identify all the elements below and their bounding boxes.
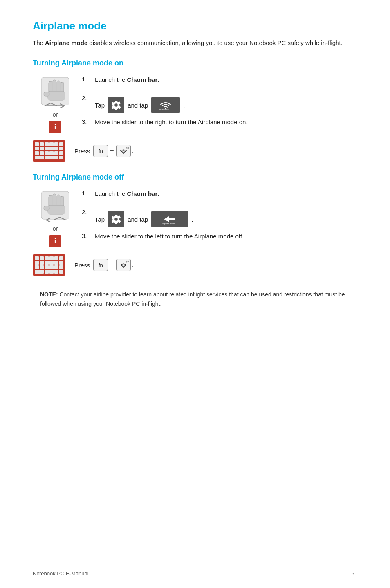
or-label-on: or <box>53 111 58 118</box>
off-press-row: Press fn + f2 . <box>33 254 357 276</box>
off-key-fn: fn <box>93 259 108 271</box>
intro-paragraph: The Airplane mode disables wireless comm… <box>33 38 357 47</box>
off-press-period: . <box>132 261 133 269</box>
on-press-period: . <box>132 147 133 155</box>
on-step-1: 1. Launch the Charm bar. <box>82 75 357 90</box>
off-key-plus: + <box>110 261 114 269</box>
off-step-1-text: Launch the Charm bar. <box>95 189 357 198</box>
on-step-1-text: Launch the Charm bar. <box>95 75 357 84</box>
settings-icon-on <box>108 97 124 113</box>
network-icon-on: Wireless <box>151 97 180 113</box>
on-key-fn: fn <box>93 145 108 157</box>
off-step-3-num: 3. <box>82 231 95 239</box>
page-title: Airplane mode <box>33 20 357 32</box>
intro-bold: Airplane mode <box>45 39 87 46</box>
on-step-1-num: 1. <box>82 75 95 83</box>
on-image-column: or i <box>33 75 78 133</box>
small-red-icon-off: i <box>49 235 61 247</box>
gesture-icon-on <box>39 75 72 110</box>
settings-icon-off <box>108 211 124 227</box>
on-step-2-tap: Tap <box>95 101 105 110</box>
off-step-1-num: 1. <box>82 189 95 197</box>
section-on-heading: Turning Airplane mode on <box>33 59 357 67</box>
svg-rect-5 <box>48 91 65 100</box>
off-step-1: 1. Launch the Charm bar. <box>82 189 357 204</box>
footer-left: Notebook PC E-Manual <box>33 570 89 577</box>
off-step-3-text: Move the slider to the left to turn the … <box>95 231 357 241</box>
intro-text: disables wireless communication, allowin… <box>87 39 343 46</box>
on-step-3-num: 3. <box>82 117 95 125</box>
footer: Notebook PC E-Manual 51 <box>33 567 357 577</box>
off-key-f2: f2 <box>116 259 131 271</box>
on-press-row: Press fn + f2 . <box>33 140 357 162</box>
note-box: NOTE: Contact your airline provider to l… <box>33 284 357 314</box>
off-step-3: 3. Move the slider to the left to turn t… <box>82 231 357 246</box>
on-step-2: 2. Tap and tap <box>82 94 357 113</box>
keyboard-icon-on <box>33 140 65 162</box>
off-step-2-andtap: and tap <box>128 215 148 224</box>
off-press-label: Press <box>74 262 90 269</box>
off-step-2-text: Tap and tap Airplane mode <box>95 208 357 227</box>
keyboard-icon-off <box>33 254 65 276</box>
hand-swipe-icon-off <box>40 191 70 222</box>
on-steps-column: 1. Launch the Charm bar. 2. Tap and tap <box>82 75 357 136</box>
svg-rect-15 <box>44 206 49 210</box>
off-step-2-num: 2. <box>82 208 95 215</box>
on-step-3: 3. Move the slider to the right to turn … <box>82 117 357 132</box>
off-instructions-block: or i 1. Launch the Charm bar. 2. Tap <box>33 189 357 250</box>
note-label: NOTE: <box>40 291 58 298</box>
on-step-2-num: 2. <box>82 94 95 101</box>
on-step-2-text: Tap and tap <box>95 94 357 113</box>
svg-rect-6 <box>44 92 49 96</box>
off-steps-column: 1. Launch the Charm bar. 2. Tap and tap <box>82 189 357 250</box>
on-step-2-andtap: and tap <box>128 101 148 110</box>
on-key-f2: f2 <box>116 145 131 157</box>
off-step-2: 2. Tap and tap Airplane mode <box>82 208 357 227</box>
or-label-off: or <box>53 225 58 232</box>
on-instructions-block: or i 1. Launch the Charm bar. 2. Tap <box>33 75 357 136</box>
airplane-icon-off: Airplane mode <box>151 211 188 227</box>
note-text: Contact your airline provider to learn a… <box>40 291 345 307</box>
on-key-plus: + <box>110 147 114 155</box>
small-red-icon-on: i <box>49 121 61 133</box>
on-step-3-text: Move the slider to the right to turn the… <box>95 117 357 127</box>
off-step-2-tap: Tap <box>95 215 105 224</box>
svg-text:Wireless: Wireless <box>159 108 169 111</box>
gesture-icon-off <box>39 189 72 224</box>
svg-text:Airplane mode: Airplane mode <box>162 222 175 225</box>
section-off-heading: Turning Airplane mode off <box>33 173 357 182</box>
hand-swipe-icon-on <box>40 76 70 108</box>
footer-right: 51 <box>352 570 357 577</box>
off-image-column: or i <box>33 189 78 247</box>
svg-rect-14 <box>48 205 65 214</box>
on-press-label: Press <box>74 148 90 155</box>
